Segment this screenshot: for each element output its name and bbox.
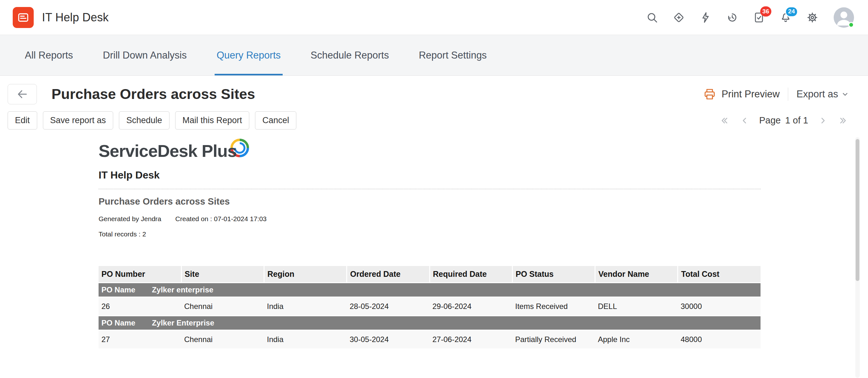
scrollbar-thumb[interactable] [856, 139, 860, 281]
notifications-badge: 24 [785, 6, 798, 17]
user-avatar[interactable] [834, 7, 854, 28]
brand-primary: ServiceDesk [99, 142, 197, 161]
page-indicator: Page 1 of 1 [759, 115, 808, 126]
group-value: Zylker enterprise [152, 285, 213, 294]
page-label: Page [759, 115, 781, 126]
chevron-down-icon [841, 90, 849, 98]
cancel-button[interactable]: Cancel [255, 111, 296, 129]
search-icon[interactable] [645, 10, 659, 25]
table-row: 27 Chennai India 30-05-2024 27-06-2024 P… [99, 330, 761, 349]
report-viewport: ServiceDesk Plus IT Help Desk Purchase O… [8, 135, 860, 378]
cell: 26 [99, 297, 181, 316]
whats-new-icon[interactable] [672, 10, 686, 25]
export-as-button[interactable]: Export as [797, 88, 849, 100]
cell: 30-05-2024 [347, 330, 430, 349]
cell: 48000 [678, 330, 761, 349]
group-label: PO Name [101, 319, 150, 327]
page-head: Purchase Orders across Sites Print Previ… [0, 84, 868, 105]
page-title: Purchase Orders across Sites [52, 86, 255, 103]
group-row: PO Name Zylker Enterprise [99, 316, 761, 330]
report-document: ServiceDesk Plus IT Help Desk Purchase O… [8, 135, 860, 349]
brand-area: IT Help Desk [13, 7, 109, 28]
generated-by: Generated by Jendra [99, 215, 161, 223]
cell: India [264, 330, 347, 349]
cell: India [264, 297, 347, 316]
scrollbar[interactable] [855, 137, 860, 378]
approvals-icon[interactable]: 36 [752, 10, 766, 25]
created-on: Created on : 07-01-2024 17:03 [175, 215, 267, 223]
cell: 29-06-2024 [430, 297, 512, 316]
tab-query-reports[interactable]: Query Reports [215, 35, 283, 76]
save-report-as-button[interactable]: Save report as [43, 111, 114, 129]
cell: DELL [595, 297, 678, 316]
page-value: 1 of 1 [785, 115, 808, 126]
print-preview-button[interactable]: Print Preview [721, 88, 780, 100]
brand-secondary: Plus [202, 141, 237, 161]
report-tabs: All Reports Drill Down Analysis Query Re… [0, 35, 868, 76]
export-as-label: Export as [797, 88, 838, 100]
tab-all-reports[interactable]: All Reports [23, 35, 75, 76]
doc-meta: Generated by Jendra Created on : 07-01-2… [99, 215, 860, 223]
report-table: PO Number Site Region Ordered Date Requi… [99, 266, 761, 349]
cell: Apple Inc [595, 330, 678, 349]
helpdesk-logo-icon [17, 11, 30, 24]
previous-page-icon[interactable] [739, 115, 750, 126]
back-button[interactable] [8, 84, 37, 105]
head-right: Print Preview Export as [703, 87, 849, 101]
actions-row: Edit Save report as Schedule Mail this R… [0, 111, 868, 129]
online-status-dot [848, 22, 854, 28]
column-header: Region [264, 266, 347, 283]
cell: 30000 [678, 297, 761, 316]
group-label: PO Name [101, 285, 150, 294]
tab-report-settings[interactable]: Report Settings [417, 35, 489, 76]
arrow-left-icon [16, 88, 28, 100]
column-header: Total Cost [678, 266, 761, 283]
recent-items-icon[interactable] [725, 10, 740, 25]
top-icons: 36 24 [645, 7, 854, 28]
doc-title: IT Help Desk [99, 169, 860, 181]
cell: 27 [99, 330, 181, 349]
next-page-icon[interactable] [817, 115, 829, 126]
last-page-icon[interactable] [837, 115, 849, 126]
dotted-separator [99, 189, 761, 189]
approvals-badge: 36 [760, 6, 771, 17]
column-header: PO Status [512, 266, 595, 283]
table-row: 26 Chennai India 28-05-2024 29-06-2024 I… [99, 297, 761, 316]
pagination: Page 1 of 1 [719, 115, 849, 126]
app-logo[interactable] [13, 7, 34, 28]
top-bar: IT Help Desk [0, 0, 868, 35]
doc-report-title: Purchase Orders across Sites [99, 196, 860, 207]
mail-this-report-button[interactable]: Mail this Report [175, 111, 250, 129]
quick-actions-icon[interactable] [698, 10, 713, 25]
first-page-icon[interactable] [719, 115, 730, 126]
tab-schedule-reports[interactable]: Schedule Reports [309, 35, 391, 76]
column-header: Required Date [430, 266, 512, 283]
column-header: Site [181, 266, 264, 283]
servicedesk-plus-logo: ServiceDesk Plus [99, 142, 860, 161]
notifications-icon[interactable]: 24 [778, 10, 793, 25]
column-header: Ordered Date [347, 266, 430, 283]
group-value: Zylker Enterprise [152, 319, 214, 327]
printer-icon[interactable] [703, 87, 716, 101]
app-title: IT Help Desk [42, 11, 109, 24]
divider [788, 87, 788, 101]
settings-icon[interactable] [805, 10, 820, 25]
group-row: PO Name Zylker enterprise [99, 283, 761, 297]
tab-drill-down-analysis[interactable]: Drill Down Analysis [101, 35, 189, 76]
cell: Chennai [181, 330, 264, 349]
cell: 27-06-2024 [430, 330, 512, 349]
total-records: Total records : 2 [99, 230, 860, 238]
edit-button[interactable]: Edit [8, 111, 37, 129]
cell: Partially Received [512, 330, 595, 349]
cell: Items Received [512, 297, 595, 316]
cell: Chennai [181, 297, 264, 316]
schedule-button[interactable]: Schedule [119, 111, 169, 129]
cell: 28-05-2024 [347, 297, 430, 316]
column-header: PO Number [99, 266, 181, 283]
column-header: Vendor Name [595, 266, 678, 283]
table-header-row: PO Number Site Region Ordered Date Requi… [99, 266, 761, 283]
